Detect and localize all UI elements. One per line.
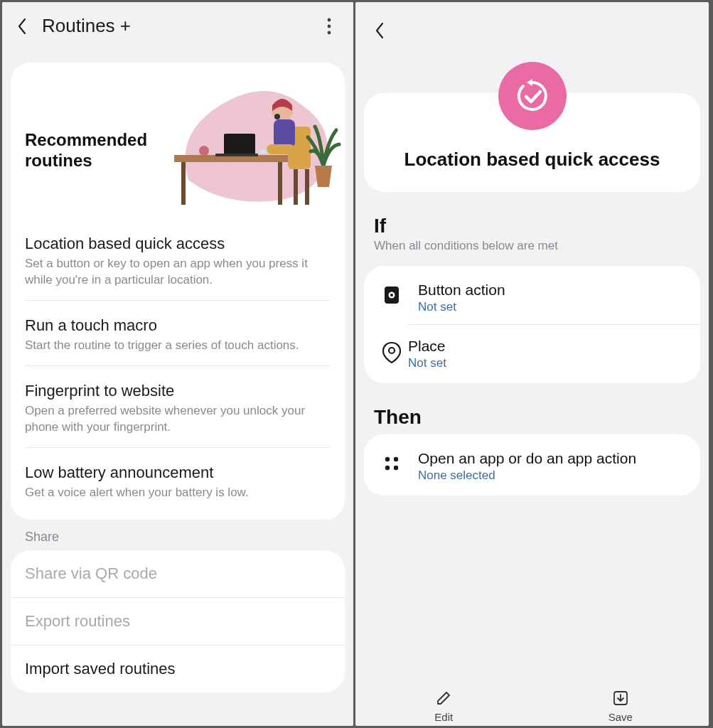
condition-title: Button action: [418, 282, 505, 299]
svg-rect-5: [278, 162, 282, 205]
svg-point-19: [390, 294, 393, 296]
export-routines-item[interactable]: Export routines: [11, 598, 345, 646]
conditions-card: Button action Not set Place Not set: [364, 266, 700, 383]
then-section-label: Then: [355, 390, 709, 430]
svg-point-22: [394, 457, 398, 461]
more-menu-icon[interactable]: [319, 16, 339, 36]
svg-point-20: [389, 348, 395, 353]
detail-hero-card: Location based quick access: [364, 93, 700, 192]
svg-point-23: [385, 466, 390, 470]
svg-point-2: [328, 31, 331, 34]
svg-point-0: [328, 18, 331, 21]
import-routines-item[interactable]: Import saved routines: [11, 646, 345, 692]
share-qr-item[interactable]: Share via QR code: [11, 550, 345, 598]
svg-rect-11: [294, 169, 298, 205]
svg-rect-14: [274, 119, 295, 148]
routine-desc: Get a voice alert when your battery is l…: [25, 485, 331, 501]
hero-illustration: [160, 63, 345, 219]
share-list: Share via QR code Export routines Import…: [11, 550, 345, 692]
routine-desc: Set a button or key to open an app when …: [25, 256, 331, 289]
svg-point-1: [328, 24, 331, 28]
routines-list-screen: Routines + Recommended routines: [2, 2, 353, 726]
condition-status: Not set: [408, 356, 446, 370]
if-section-sub: When all conditions below are met: [355, 239, 709, 262]
apps-icon: [378, 450, 405, 477]
pencil-icon: [434, 688, 454, 708]
routine-title: Run a touch macro: [25, 316, 331, 335]
svg-point-24: [394, 466, 398, 470]
condition-status: Not set: [418, 300, 505, 314]
condition-place[interactable]: Place Not set: [408, 324, 700, 380]
detail-header: [355, 2, 709, 48]
save-label: Save: [609, 711, 633, 723]
svg-rect-15: [267, 144, 295, 154]
action-open-app[interactable]: Open an app or do an app action None sel…: [364, 437, 700, 493]
routine-title: Low battery announcement: [25, 464, 331, 482]
action-title: Open an app or do an app action: [418, 450, 636, 467]
condition-button-action[interactable]: Button action Not set: [364, 269, 700, 324]
hero-card: Recommended routines: [11, 63, 345, 219]
routine-title: Fingerprint to website: [25, 382, 331, 400]
back-icon[interactable]: [370, 21, 390, 41]
page-title: Routines +: [42, 15, 131, 37]
hero-title: Recommended routines: [25, 130, 153, 171]
edit-label: Edit: [434, 711, 453, 723]
back-icon[interactable]: [12, 16, 32, 36]
svg-rect-7: [215, 154, 258, 156]
recommended-routines-list: Location based quick access Set a button…: [11, 219, 345, 520]
routine-item-touch-macro[interactable]: Run a touch macro Start the routine to t…: [25, 301, 331, 366]
routine-item-fingerprint-website[interactable]: Fingerprint to website Open a preferred …: [25, 366, 331, 448]
place-icon: [378, 339, 405, 366]
routine-item-low-battery[interactable]: Low battery announcement Get a voice ale…: [25, 448, 331, 515]
share-section-label: Share: [2, 520, 353, 550]
svg-rect-12: [305, 169, 309, 205]
edit-button[interactable]: Edit: [355, 688, 532, 723]
svg-rect-6: [224, 134, 255, 155]
svg-point-21: [385, 457, 390, 461]
svg-point-8: [199, 146, 209, 156]
svg-point-16: [274, 114, 280, 119]
save-button[interactable]: Save: [532, 688, 709, 723]
routine-badge-icon: [498, 62, 567, 130]
routine-desc: Start the routine to trigger a series of…: [25, 338, 331, 354]
header: Routines +: [2, 2, 353, 50]
download-icon: [611, 688, 631, 708]
routine-desc: Open a preferred website whenever you un…: [25, 403, 331, 436]
routine-title: Location based quick access: [25, 235, 331, 253]
routine-item-location-quick-access[interactable]: Location based quick access Set a button…: [25, 219, 331, 301]
actions-card: Open an app or do an app action None sel…: [364, 434, 700, 496]
detail-title: Location based quick access: [404, 149, 660, 171]
svg-rect-4: [181, 162, 186, 205]
condition-title: Place: [408, 338, 446, 355]
if-section-label: If: [355, 199, 709, 239]
bottom-bar: Edit Save: [355, 681, 709, 726]
button-action-icon: [378, 282, 405, 309]
routine-detail-screen: Location based quick access If When all …: [355, 2, 709, 726]
action-status: None selected: [418, 469, 636, 483]
